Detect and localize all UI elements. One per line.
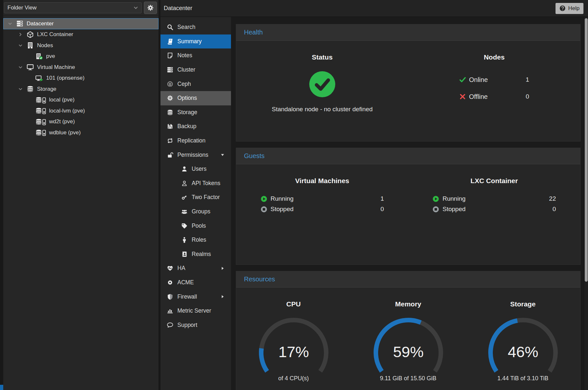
guest-status-label: Running bbox=[442, 195, 466, 202]
comment-icon bbox=[167, 322, 173, 328]
nav-item-label: Permissions bbox=[177, 152, 208, 158]
nav-item-label: Backup bbox=[177, 123, 196, 130]
nav-item-groups[interactable]: Groups bbox=[160, 205, 231, 219]
nav-item-roles[interactable]: Roles bbox=[160, 233, 231, 247]
nav-item-label: Pools bbox=[192, 222, 206, 229]
guests-column-lxc-container: LXC ContainerRunning22Stopped0 bbox=[408, 164, 581, 264]
gear-icon bbox=[147, 5, 154, 11]
tree-item-storage[interactable]: Storage bbox=[3, 84, 159, 95]
node-status-list: Online1Offline0 bbox=[459, 75, 529, 101]
chevron-down-icon[interactable] bbox=[18, 86, 26, 92]
storage-drive-icon bbox=[35, 129, 46, 136]
tree-toolbar: Folder View bbox=[3, 0, 159, 16]
gauge-heading: Memory bbox=[395, 299, 421, 309]
tree-item-datacenter[interactable]: Datacenter bbox=[3, 18, 159, 29]
tree-item-local-lvm-pve[interactable]: local-lvm (pve) bbox=[3, 105, 159, 116]
server-icon bbox=[167, 67, 173, 73]
nav-item-users[interactable]: Users bbox=[160, 162, 231, 176]
nav-item-permissions[interactable]: Permissions bbox=[160, 148, 231, 162]
guests-column-virtual-machines: Virtual MachinesRunning1Stopped0 bbox=[236, 164, 408, 264]
health-status-column: Status Standalone node - no cluster defi… bbox=[236, 41, 408, 141]
chevron-down-icon bbox=[133, 5, 139, 11]
page-title: Datacenter bbox=[160, 5, 192, 12]
nav-item-label: Realms bbox=[192, 251, 211, 258]
tree-item-label: 101 (opnsense) bbox=[46, 75, 84, 81]
guest-status-label: Running bbox=[271, 195, 294, 202]
nav-item-replication[interactable]: Replication bbox=[160, 134, 231, 148]
nav-item-label: Search bbox=[177, 24, 195, 31]
content-scrollbar[interactable] bbox=[584, 17, 588, 390]
tree-item-label: Datacenter bbox=[27, 20, 54, 27]
cross-icon bbox=[459, 93, 466, 100]
storage-drive-icon bbox=[35, 97, 46, 103]
resources-panel-header: Resources bbox=[236, 271, 580, 288]
person-icon bbox=[181, 237, 187, 243]
tree-item-nodes[interactable]: Nodes bbox=[3, 40, 159, 51]
guest-status-value: 0 bbox=[553, 206, 556, 213]
nav-item-metric-server[interactable]: Metric Server bbox=[160, 304, 231, 318]
nav-item-ha[interactable]: HA bbox=[160, 261, 231, 276]
tree-settings-button[interactable] bbox=[144, 2, 157, 14]
nav-item-summary[interactable]: Summary bbox=[160, 34, 231, 49]
nav-item-label: Roles bbox=[192, 236, 206, 243]
guest-status-label: Stopped bbox=[271, 206, 294, 213]
nav-item-label: Storage bbox=[177, 109, 197, 116]
scrollbar-thumb[interactable] bbox=[585, 18, 588, 282]
tree-item-wd2t-pve[interactable]: wd2t (pve) bbox=[3, 116, 159, 128]
nav-item-storage[interactable]: Storage bbox=[160, 105, 231, 120]
nav-item-realms[interactable]: Realms bbox=[160, 247, 231, 262]
nav-item-two-factor[interactable]: Two Factor bbox=[160, 190, 231, 205]
building-icon bbox=[26, 42, 34, 49]
tree-item-lxc-container[interactable]: LXC Container bbox=[3, 29, 159, 40]
nav-item-label: Groups bbox=[192, 208, 210, 215]
nav-item-api-tokens[interactable]: API Tokens bbox=[160, 176, 231, 191]
nav-item-firewall[interactable]: Firewall bbox=[160, 289, 231, 304]
help-button[interactable]: Help bbox=[556, 3, 583, 14]
gauge-heading: CPU bbox=[286, 299, 300, 309]
guest-status-row-running: Running1 bbox=[261, 194, 384, 203]
chevron-down-icon[interactable] bbox=[7, 21, 16, 27]
guest-status-row-stopped: Stopped0 bbox=[432, 205, 556, 214]
node-status-label: Offline bbox=[469, 93, 488, 101]
resource-tree: DatacenterLXC ContainerNodespveVirtual M… bbox=[3, 16, 159, 390]
chevron-down-icon[interactable] bbox=[18, 64, 26, 70]
tree-item-label: pve bbox=[46, 53, 55, 60]
tree-item-virtual-machine[interactable]: Virtual Machine bbox=[3, 62, 159, 73]
node-status-label: Online bbox=[469, 76, 488, 84]
caret-right-icon bbox=[221, 266, 224, 270]
nav-item-label: Summary bbox=[177, 38, 202, 45]
nav-item-notes[interactable]: Notes bbox=[160, 48, 231, 63]
view-selector-value: Folder View bbox=[7, 5, 36, 11]
shield-icon bbox=[167, 294, 173, 300]
nav-item-cluster[interactable]: Cluster bbox=[160, 63, 231, 77]
chevron-down-icon[interactable] bbox=[18, 43, 26, 48]
nav-item-label: API Tokens bbox=[192, 180, 220, 187]
tree-item-label: wd2t (pve) bbox=[49, 118, 75, 125]
nav-item-acme[interactable]: ACME bbox=[160, 276, 231, 290]
seal-icon bbox=[167, 279, 173, 286]
tree-item-101-opnsense[interactable]: 101 (opnsense) bbox=[3, 73, 159, 84]
chevron-right-icon[interactable] bbox=[18, 32, 26, 37]
tree-item-wdblue-pve[interactable]: wdblue (pve) bbox=[3, 127, 159, 138]
nav-item-pools[interactable]: Pools bbox=[160, 219, 231, 233]
tree-item-pve[interactable]: pve bbox=[3, 51, 159, 62]
tree-item-label: local (pve) bbox=[49, 97, 74, 103]
nav-item-search[interactable]: Search bbox=[160, 20, 231, 34]
nav-item-backup[interactable]: Backup bbox=[160, 119, 231, 134]
tree-item-local-pve[interactable]: local (pve) bbox=[3, 95, 159, 106]
nav-item-options[interactable]: Options bbox=[160, 91, 231, 105]
play-circle-icon bbox=[261, 195, 267, 202]
svg-text:59%: 59% bbox=[393, 343, 423, 360]
view-selector[interactable]: Folder View bbox=[4, 2, 142, 13]
nav-item-support[interactable]: Support bbox=[160, 318, 231, 332]
resource-gauges: CPU17%of 4 CPU(s)Memory59%9.11 GiB of 15… bbox=[236, 288, 580, 390]
health-nodes-column: Nodes Online1Offline0 bbox=[408, 41, 581, 141]
caret-right-icon bbox=[221, 295, 224, 299]
vm-running-icon bbox=[35, 75, 43, 82]
gauge-caption: of 4 CPU(s) bbox=[278, 375, 309, 382]
nav-item-ceph[interactable]: Ceph bbox=[160, 77, 231, 91]
gauge-storage: Storage46%1.44 TiB of 3.10 TiB bbox=[466, 288, 580, 390]
question-icon bbox=[559, 5, 566, 11]
storage-drive-icon bbox=[35, 107, 46, 114]
tree-item-label: Virtual Machine bbox=[37, 64, 75, 71]
